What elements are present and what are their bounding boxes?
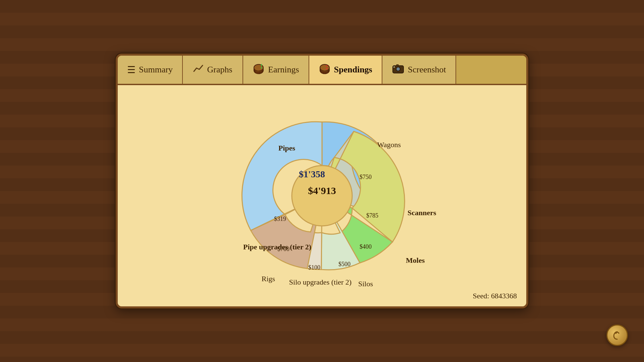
pipes-label: Pipes bbox=[278, 144, 296, 152]
silos-label: Silos bbox=[358, 280, 373, 288]
tab-screenshot-label: Screenshot bbox=[408, 65, 446, 75]
tab-bar: ☰ Summary Graphs Earnings bbox=[118, 56, 526, 85]
svg-point-14 bbox=[393, 66, 395, 68]
tab-summary-label: Summary bbox=[139, 65, 173, 75]
silo-upgrades-label: Silo upgrades (tier 2) bbox=[289, 278, 352, 286]
silo-upgrades-value: $100 bbox=[308, 264, 320, 271]
corner-button[interactable] bbox=[606, 324, 628, 346]
wagons-value: $750 bbox=[360, 174, 372, 180]
main-panel: ☰ Summary Graphs Earnings bbox=[116, 54, 528, 308]
scanners-value: $785 bbox=[366, 212, 378, 219]
svg-point-12 bbox=[396, 67, 400, 71]
tab-graphs[interactable]: Graphs bbox=[183, 56, 243, 84]
moles-value: $400 bbox=[360, 243, 372, 250]
rigs-label: Rigs bbox=[262, 275, 275, 283]
svg-rect-13 bbox=[396, 64, 399, 66]
pipe-upgrades-value: $319 bbox=[274, 216, 286, 222]
spendings-icon bbox=[319, 63, 331, 77]
pipe-upgrades-label: Pipe upgrades (tier 2) bbox=[243, 243, 311, 251]
silos-value: $500 bbox=[338, 261, 351, 267]
pie-chart-svg: $4'913 $1'358 $750 $785 $400 $500 $100 $… bbox=[221, 99, 423, 286]
tab-spendings-label: Spendings bbox=[334, 65, 372, 75]
summary-icon: ☰ bbox=[127, 64, 136, 75]
moles-label: Moles bbox=[406, 256, 425, 264]
wagons-label: Wagons bbox=[377, 140, 401, 149]
center-total-label: $4'913 bbox=[308, 185, 336, 196]
svg-point-7 bbox=[320, 64, 329, 71]
tab-summary[interactable]: ☰ Summary bbox=[118, 56, 183, 84]
tab-screenshot[interactable]: Screenshot bbox=[382, 56, 456, 84]
tab-earnings[interactable]: Earnings bbox=[243, 56, 309, 84]
tab-graphs-label: Graphs bbox=[207, 65, 232, 75]
earnings-icon bbox=[253, 63, 265, 77]
tab-spendings[interactable]: Spendings bbox=[309, 56, 382, 84]
tab-earnings-label: Earnings bbox=[268, 65, 299, 75]
pipes-value: $1'358 bbox=[299, 169, 325, 179]
content-area: $4'913 $1'358 $750 $785 $400 $500 $100 $… bbox=[118, 85, 526, 306]
graphs-icon bbox=[193, 64, 204, 76]
scanners-label: Scanners bbox=[408, 208, 436, 217]
screenshot-icon bbox=[392, 63, 405, 77]
chart-container: $4'913 $1'358 $750 $785 $400 $500 $100 $… bbox=[221, 99, 423, 286]
seed-text: Seed: 6843368 bbox=[473, 292, 517, 300]
